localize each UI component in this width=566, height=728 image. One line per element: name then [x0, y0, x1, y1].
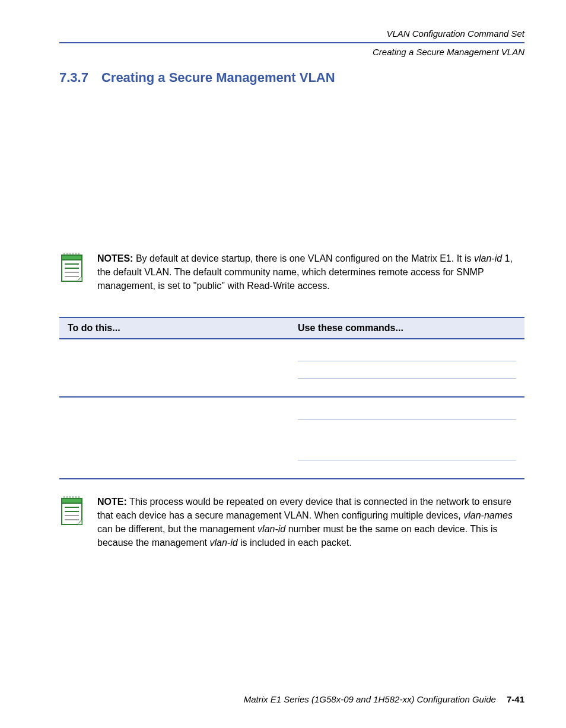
command-line	[298, 379, 516, 393]
note-text-2: NOTE: This process would be repeated on …	[97, 495, 524, 550]
header-line-2: Creating a Secure Management VLAN	[59, 47, 524, 57]
notepad-icon	[59, 495, 85, 526]
header-divider	[59, 42, 524, 43]
note2-ital2: vlan-id	[257, 524, 285, 534]
footer-page-number: 7-41	[507, 694, 524, 704]
command-line	[298, 402, 516, 419]
table-header-left: To do this...	[59, 318, 290, 338]
note2-seg2: can be different, but the management	[97, 524, 257, 534]
svg-rect-1	[62, 255, 82, 260]
table-header-right: Use these commands...	[290, 318, 524, 338]
table-row	[59, 339, 524, 398]
note1-ital: vlan-id	[474, 253, 502, 263]
note-label: NOTES:	[97, 253, 133, 263]
table-cell-right	[290, 398, 524, 478]
note2-ital3: vlan-id	[209, 538, 237, 548]
note2-seg4: is included in each packet.	[238, 538, 352, 548]
table-cell-right	[290, 339, 524, 396]
note-label: NOTE:	[97, 497, 127, 507]
command-line	[298, 460, 516, 475]
running-header: VLAN Configuration Command Set Creating …	[59, 28, 524, 57]
command-line	[298, 419, 516, 443]
note2-ital1: vlan-names	[463, 510, 513, 520]
command-line	[298, 344, 516, 361]
table-cell-left	[59, 339, 290, 396]
note-block-1: NOTES: By default at device startup, the…	[59, 252, 524, 293]
notepad-icon	[59, 252, 85, 282]
command-table: To do this... Use these commands...	[59, 317, 524, 479]
page-footer: Matrix E1 Series (1G58x-09 and 1H582-xx)…	[59, 694, 524, 704]
footer-title: Matrix E1 Series (1G58x-09 and 1H582-xx)…	[244, 694, 496, 704]
note2-seg1: This process would be repeated on every …	[97, 497, 511, 520]
table-header-row: To do this... Use these commands...	[59, 317, 524, 339]
section-heading: 7.3.7 Creating a Secure Management VLAN	[59, 70, 524, 85]
header-line-1: VLAN Configuration Command Set	[59, 28, 524, 39]
note-block-2: NOTE: This process would be repeated on …	[59, 495, 524, 550]
table-row	[59, 398, 524, 479]
section-number: 7.3.7	[59, 70, 88, 85]
note1-seg1: By default at device startup, there is o…	[133, 253, 474, 263]
table-cell-left	[59, 398, 290, 478]
command-line	[298, 443, 516, 460]
note-text-1: NOTES: By default at device startup, the…	[97, 252, 524, 293]
command-line	[298, 361, 516, 379]
section-title: Creating a Secure Management VLAN	[101, 70, 335, 85]
document-page: VLAN Configuration Command Set Creating …	[0, 0, 566, 728]
svg-rect-14	[62, 498, 82, 503]
